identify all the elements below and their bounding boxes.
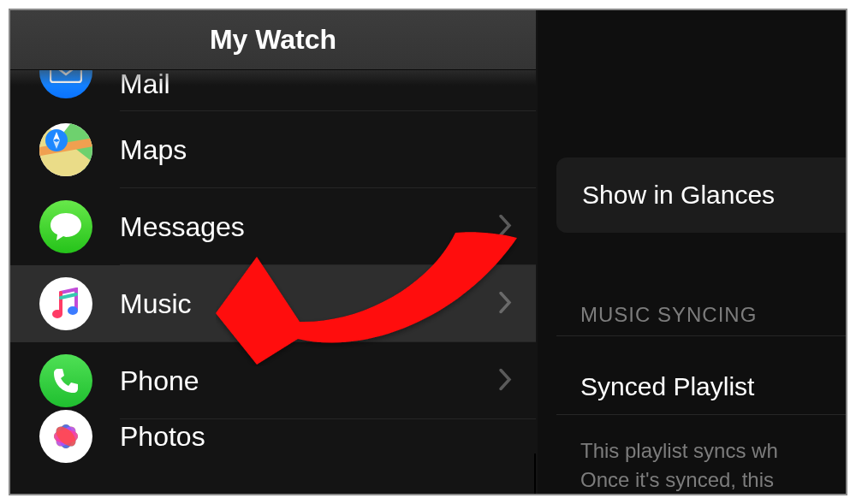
list-item-photos[interactable]: Photos [10, 419, 536, 454]
svg-point-4 [52, 310, 62, 318]
list-item-label: Mail [120, 68, 170, 100]
divider [556, 335, 846, 336]
list-item-label: Phone [120, 365, 199, 397]
svg-point-5 [68, 306, 78, 315]
divider [556, 414, 846, 415]
phone-icon [39, 354, 92, 407]
chevron-right-icon [498, 288, 512, 321]
list-item-phone[interactable]: Phone [10, 342, 536, 419]
list-item-music[interactable]: Music [10, 265, 536, 342]
photos-icon [39, 410, 92, 463]
list-item-maps[interactable]: Maps [10, 111, 536, 188]
show-in-glances-button[interactable]: Show in Glances [556, 157, 846, 233]
sync-note: This playlist syncs wh Once it's synced,… [580, 436, 846, 495]
left-pane: My Watch Mail [10, 10, 536, 494]
music-icon [39, 277, 92, 330]
synced-playlist-button[interactable]: Synced Playlist [580, 372, 754, 401]
note-line: This playlist syncs wh [580, 436, 846, 465]
app-frame: My Watch Mail [9, 9, 847, 495]
chevron-right-icon [498, 365, 512, 398]
chevron-right-icon [498, 210, 512, 244]
header-bar: My Watch [10, 10, 536, 70]
list-item-label: Photos [120, 421, 205, 453]
list-item-label: Messages [120, 211, 245, 243]
maps-icon [39, 123, 92, 176]
list-item-label: Music [120, 288, 192, 320]
settings-list: Mail Maps [10, 56, 536, 494]
messages-icon [39, 200, 92, 253]
glances-label: Show in Glances [582, 181, 775, 210]
section-title-music-syncing: MUSIC SYNCING [580, 303, 757, 327]
right-pane: Show in Glances MUSIC SYNCING Synced Pla… [538, 10, 846, 494]
note-line: Once it's synced, this [580, 465, 846, 495]
page-title: My Watch [210, 24, 336, 56]
list-item-messages[interactable]: Messages [10, 188, 536, 265]
list-item-label: Maps [120, 134, 187, 166]
